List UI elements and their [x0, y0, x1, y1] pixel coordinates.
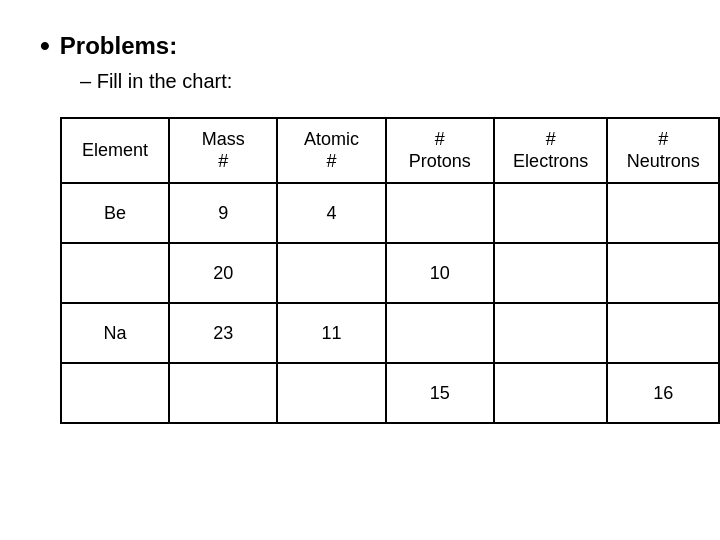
table-row: Be94: [61, 183, 719, 243]
cell-r2-c5: [607, 303, 719, 363]
cell-r1-c3: 10: [386, 243, 494, 303]
header-mass: Mass#: [169, 118, 277, 183]
bullet-point: •: [40, 30, 50, 62]
table-row: Na2311: [61, 303, 719, 363]
cell-r3-c1: [169, 363, 277, 423]
table-row: 2010: [61, 243, 719, 303]
cell-r3-c5: 16: [607, 363, 719, 423]
cell-r2-c2: 11: [277, 303, 385, 363]
page-container: • Problems: – Fill in the chart: Element…: [0, 0, 720, 454]
title-text: Problems:: [60, 32, 177, 60]
header-element: Element: [61, 118, 169, 183]
cell-r2-c1: 23: [169, 303, 277, 363]
cell-r1-c2: [277, 243, 385, 303]
cell-r2-c0: Na: [61, 303, 169, 363]
cell-r3-c0: [61, 363, 169, 423]
cell-r0-c5: [607, 183, 719, 243]
cell-r2-c4: [494, 303, 608, 363]
table-header-row: Element Mass# Atomic# #Protons #Electron…: [61, 118, 719, 183]
cell-r0-c2: 4: [277, 183, 385, 243]
cell-r3-c4: [494, 363, 608, 423]
header-neutrons: #Neutrons: [607, 118, 719, 183]
cell-r1-c1: 20: [169, 243, 277, 303]
cell-r3-c3: 15: [386, 363, 494, 423]
subtitle-text: – Fill in the chart:: [80, 70, 680, 93]
cell-r1-c4: [494, 243, 608, 303]
header-atomic: Atomic#: [277, 118, 385, 183]
table-row: 1516: [61, 363, 719, 423]
fill-in-chart: Element Mass# Atomic# #Protons #Electron…: [60, 117, 720, 424]
cell-r0-c4: [494, 183, 608, 243]
cell-r1-c0: [61, 243, 169, 303]
cell-r3-c2: [277, 363, 385, 423]
section-title: • Problems:: [40, 30, 680, 62]
cell-r1-c5: [607, 243, 719, 303]
cell-r2-c3: [386, 303, 494, 363]
header-protons: #Protons: [386, 118, 494, 183]
cell-r0-c1: 9: [169, 183, 277, 243]
cell-r0-c3: [386, 183, 494, 243]
header-electrons: #Electrons: [494, 118, 608, 183]
cell-r0-c0: Be: [61, 183, 169, 243]
